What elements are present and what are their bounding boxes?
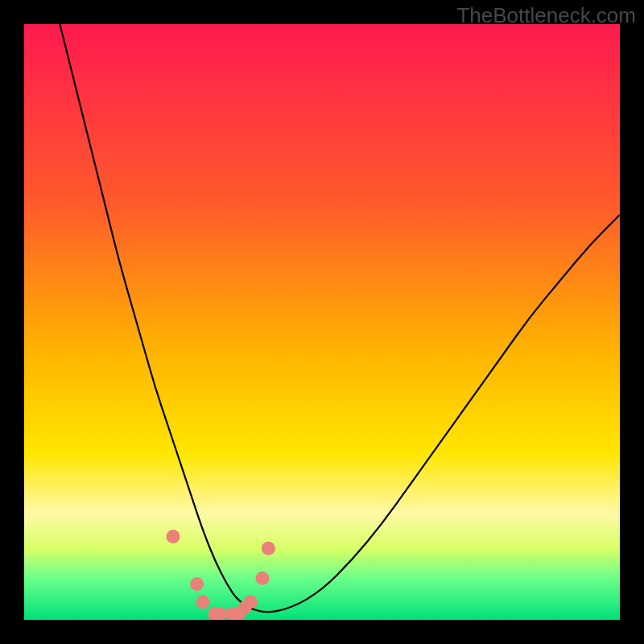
measured-point <box>262 542 275 555</box>
measured-point <box>190 577 204 591</box>
measured-point <box>167 530 180 543</box>
outer-frame: TheBottleneck.com <box>0 0 644 644</box>
bottleneck-chart <box>24 24 620 620</box>
gradient-background <box>24 24 620 620</box>
plot-area <box>24 24 620 620</box>
watermark: TheBottleneck.com <box>456 3 636 28</box>
measured-point <box>256 572 270 585</box>
measured-point <box>244 595 258 609</box>
measured-point <box>196 595 210 609</box>
